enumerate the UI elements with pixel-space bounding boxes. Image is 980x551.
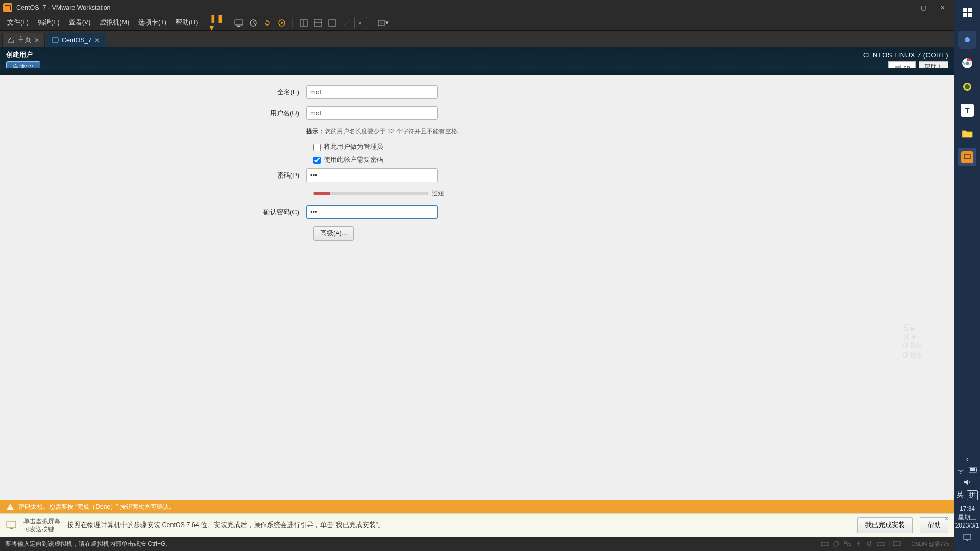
text-app-icon: T [961,104,974,117]
window-minimize-button[interactable]: ─ [895,2,913,13]
windows-logo-icon [963,8,972,17]
view-single-icon[interactable] [297,17,310,29]
fullname-label: 全名(F) [0,88,306,97]
stretch-icon[interactable]: ▾ [376,17,389,29]
snapshot-manager-icon[interactable] [275,17,288,29]
watermark-text: CSDN @霎775 [911,540,949,548]
svg-text:>_: >_ [358,20,364,26]
network-icon[interactable] [843,540,851,547]
snapshot-take-icon[interactable] [247,17,260,29]
separator [228,18,228,28]
menu-tabs[interactable]: 选项卡(T) [134,16,170,30]
unity-icon[interactable] [340,17,353,29]
tab-centos[interactable]: CentOS_7 ✕ [46,33,105,47]
send-ctrl-alt-del-icon[interactable] [232,17,246,29]
close-icon[interactable]: ✕ [34,37,39,44]
menu-vm[interactable]: 虚拟机(M) [95,16,133,30]
vm-icon [52,37,59,44]
svg-rect-38 [976,469,977,471]
title-bar[interactable]: CentOS_7 - VMware Workstation ─ ▢ ✕ [0,0,954,15]
battery-icon[interactable] [969,467,978,473]
hdd-icon[interactable] [821,540,829,547]
tab-centos-label: CentOS_7 [62,37,91,44]
status-text: 要将输入定向到该虚拟机，请在虚拟机内部单击或按 Ctrl+G。 [5,540,172,548]
password-input[interactable] [306,168,438,182]
view-multi-icon[interactable] [311,17,325,29]
help-button[interactable]: 帮助！ [919,61,948,73]
ime-indicator[interactable]: 英 拼 [957,490,978,500]
svg-rect-23 [878,543,884,546]
taskbar-clock[interactable]: 17:34 星期三 2023/3/1 [955,505,979,530]
start-button[interactable] [954,0,980,26]
username-input[interactable] [306,106,438,120]
distro-label: CENTOS LINUX 7 (CORE) [863,51,948,59]
taskbar-explorer[interactable] [958,124,976,143]
install-complete-button[interactable]: 我已完成安装 [857,517,913,533]
notifications-icon[interactable] [963,534,971,541]
svg-rect-19 [821,542,828,546]
guest-screen[interactable]: 创建用户 完成(D) CENTOS LINUX 7 (CORE) cn 帮助！ … [0,47,954,513]
clock-date: 2023/3/1 [955,521,979,530]
pause-button[interactable]: ❚❚ ▾ [210,17,224,29]
admin-checkbox-row[interactable]: 将此用户做为管理员 [313,143,954,152]
svg-rect-22 [848,544,850,546]
vmware-app-icon [3,3,12,12]
close-icon[interactable]: ✕ [944,516,951,523]
tab-home-label: 主页 [18,36,31,44]
separator [372,18,372,28]
strength-bar [313,192,428,195]
fullname-input[interactable] [306,85,438,99]
window-close-button[interactable]: ✕ [934,2,951,13]
taskbar-chrome[interactable] [958,54,976,72]
svg-point-29 [965,37,970,42]
advanced-button[interactable]: 高级(A)... [313,226,354,241]
installer-header: 创建用户 完成(D) CENTOS LINUX 7 (CORE) cn 帮助！ [0,47,954,75]
snapshot-revert-icon[interactable] [261,17,274,29]
warning-icon: ! [6,503,14,510]
tray-overflow-icon[interactable]: ‹ [966,455,969,463]
menu-view[interactable]: 查看(V) [65,16,95,30]
page-title: 创建用户 [6,50,40,59]
menu-bar: 文件(F) 编辑(E) 查看(V) 虚拟机(M) 选项卡(T) 帮助(H) ❚❚… [0,15,954,31]
sound-icon[interactable] [866,540,874,547]
menu-file[interactable]: 文件(F) [3,16,33,30]
wifi-icon[interactable] [957,467,965,474]
tab-home[interactable]: 主页 ✕ [2,33,45,47]
create-user-form: 全名(F) 用户名(U) 提示：您的用户名长度要少于 32 个字符并且不能有空格… [0,75,954,500]
password-label: 密码(P) [0,171,306,180]
menu-help[interactable]: 帮助(H) [172,16,202,30]
admin-checkbox[interactable] [313,144,321,151]
require-password-checkbox[interactable] [313,157,321,164]
taskbar-app-2[interactable] [958,78,976,96]
net-speed-widget[interactable]: S ▸ R ▾ 0 B/s 0 B/s [903,323,922,359]
windows-taskbar[interactable]: T ‹ 英 拼 17:34 星期三 2023/3/1 [954,0,980,551]
taskbar-vmware[interactable] [958,148,976,166]
home-icon [8,37,15,44]
system-tray[interactable]: ‹ 英 拼 17:34 星期三 2023/3/1 [955,455,979,551]
svg-rect-0 [235,20,243,25]
taskbar-app-1[interactable] [958,31,976,49]
printer-icon[interactable] [877,540,885,547]
username-label: 用户名(U) [0,109,306,118]
cd-icon[interactable] [832,540,840,547]
usb-icon[interactable] [854,540,863,547]
svg-rect-40 [964,534,971,539]
display-icon[interactable] [893,540,901,547]
menu-edit[interactable]: 编辑(E) [34,16,64,30]
close-icon[interactable]: ✕ [94,37,100,44]
svg-rect-21 [844,542,847,544]
confirm-password-label: 确认密码(C) [0,208,306,217]
console-icon[interactable]: >_ [354,17,368,29]
warning-bar: ! 密码太短。您需要按 “完成（Done）” 按钮两次方可确认。 [0,500,954,513]
taskbar-text-app[interactable]: T [958,101,976,119]
done-button[interactable]: 完成(D) [6,61,40,74]
svg-rect-12 [52,38,58,42]
clock-weekday: 星期三 [955,513,979,521]
keyboard-indicator[interactable]: cn [888,61,916,73]
window-maximize-button[interactable]: ▢ [915,2,932,13]
view-fullscreen-icon[interactable] [326,17,339,29]
require-password-row[interactable]: 使用此帐户需要密码 [313,156,954,164]
username-hint: 您的用户名长度要少于 32 个字符并且不能有空格。 [325,128,463,135]
confirm-password-input[interactable] [306,205,438,219]
volume-icon[interactable] [963,478,971,486]
